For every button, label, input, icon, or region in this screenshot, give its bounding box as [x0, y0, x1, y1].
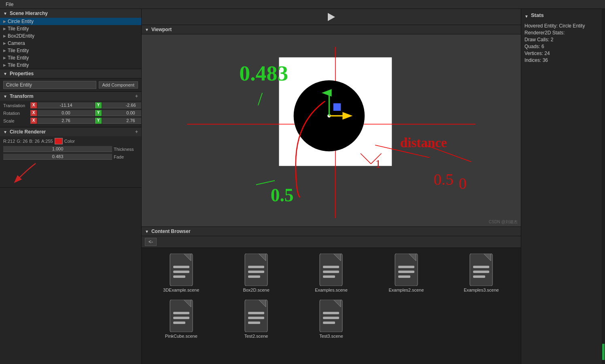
entity-name-input[interactable] — [3, 81, 96, 89]
viewport-canvas[interactable]: 0.483 0.5 distance 0.5 0 1 — [142, 34, 521, 226]
svg-text:1: 1 — [375, 157, 381, 170]
svg-rect-38 — [398, 266, 414, 268]
play-button[interactable] — [328, 13, 335, 21]
fade-row: Fade — [3, 154, 138, 160]
content-item-label-3: Examples2.scene — [388, 288, 424, 292]
rotation-y-input[interactable] — [102, 110, 141, 116]
hierarchy-item-label: Tile Entity — [8, 62, 29, 68]
annotation-area — [3, 161, 138, 186]
transform-header[interactable]: ▼ Transform + — [0, 92, 141, 101]
hovered-entity: Hovered Entity: Circle Entity — [524, 23, 599, 29]
content-item-label-6: Test2.scene — [244, 334, 268, 339]
file-icon-2 — [318, 254, 344, 286]
arrow-icon: ▶ — [3, 34, 6, 38]
quads: Quads: 6 — [524, 44, 599, 49]
translation-x-btn: X — [30, 102, 37, 108]
scale-y-btn: Y — [95, 118, 102, 124]
viewport-header: ▼ Viewport — [142, 25, 521, 34]
file-icon-7 — [318, 300, 344, 332]
scale-x-input[interactable] — [37, 118, 95, 124]
circle-renderer-title: Circle Renderer — [10, 129, 46, 135]
left-panel: ▼ Scene Hierarchy ▶ Circle Entity ▶ Tile… — [0, 9, 142, 364]
color-swatch[interactable] — [55, 138, 63, 144]
menu-file[interactable]: File — [3, 2, 16, 7]
rotation-label: Rotation — [3, 111, 30, 116]
viewport-svg: 0.483 0.5 distance 0.5 0 1 — [142, 34, 521, 226]
thickness-label: Thickness — [114, 147, 138, 152]
fade-input[interactable] — [3, 154, 112, 160]
stats-title: Stats — [531, 12, 544, 18]
hierarchy-item-camera[interactable]: ▶ Camera — [0, 40, 141, 47]
svg-text:distance: distance — [400, 135, 447, 150]
content-item-2[interactable]: Examples.scene — [296, 252, 367, 294]
circle-renderer-header[interactable]: ▼ Circle Renderer + — [0, 127, 141, 136]
scale-y-input[interactable] — [102, 118, 141, 124]
svg-rect-39 — [398, 271, 414, 273]
svg-rect-45 — [473, 275, 485, 278]
svg-text:0.5: 0.5 — [433, 171, 453, 188]
watermark: CSDN @刘建杰 — [489, 219, 518, 225]
hierarchy-item-tile-entity-4[interactable]: ▶ Tile Entity — [0, 61, 141, 69]
content-grid: 3DExample.scene Box2D.scene — [142, 248, 521, 364]
translation-row: Translation X Y Z — [3, 102, 138, 108]
circle-renderer-component: ▼ Circle Renderer + R:212 G: 26 B: 26 A:… — [0, 127, 141, 188]
properties-header: ▼ Properties — [0, 69, 141, 78]
right-scrollbar[interactable] — [602, 9, 605, 364]
file-icon-6 — [243, 300, 269, 332]
transform-component: ▼ Transform + Translation X Y — [0, 92, 141, 127]
svg-text:0.5: 0.5 — [271, 185, 294, 205]
main-layout: ▼ Scene Hierarchy ▶ Circle Entity ▶ Tile… — [0, 9, 605, 364]
arrow-icon: ▶ — [3, 63, 6, 67]
content-item-4[interactable]: Examples3.scene — [446, 252, 517, 294]
right-panel: ▼ Stats Hovered Entity: Circle Entity Re… — [521, 9, 602, 364]
transform-title: Transform — [10, 93, 34, 99]
fade-label: Fade — [114, 154, 138, 159]
content-item-0[interactable]: 3DExample.scene — [146, 252, 217, 294]
circle-renderer-chevron: ▼ — [3, 130, 7, 134]
rotation-x-input[interactable] — [37, 110, 95, 116]
properties-title: Properties — [10, 71, 34, 76]
top-toolbar — [142, 9, 521, 25]
content-browser-title: Content Browser — [151, 229, 191, 234]
hierarchy-item-tile-entity-3[interactable]: ▶ Tile Entity — [0, 54, 141, 61]
color-b-label: B: 26 — [29, 139, 40, 144]
translation-x-input[interactable] — [37, 102, 95, 108]
svg-rect-53 — [248, 312, 264, 314]
hierarchy-item-label: Circle Entity — [8, 19, 34, 24]
properties-chevron: ▼ — [3, 72, 7, 76]
back-button[interactable]: <- — [145, 238, 157, 246]
content-browser-chevron: ▼ — [145, 229, 149, 234]
svg-rect-49 — [173, 317, 189, 319]
add-component-button[interactable]: Add Component — [99, 81, 138, 89]
hierarchy-item-tile-entity-1[interactable]: ▶ Tile Entity — [0, 25, 141, 32]
rotation-row: Rotation X Y Z — [3, 110, 138, 116]
scene-hierarchy-header: ▼ Scene Hierarchy — [0, 9, 141, 18]
thickness-input[interactable] — [3, 146, 112, 152]
translation-inputs: X Y Z — [30, 102, 141, 108]
svg-rect-23 — [173, 266, 189, 268]
transform-body: Translation X Y Z Rotation — [0, 101, 141, 127]
svg-rect-24 — [173, 271, 189, 273]
renderer2d-label: Renderer2D Stats: — [524, 30, 599, 36]
properties-panel: ▼ Properties Add Component ▼ Transform + — [0, 69, 141, 364]
svg-text:0.483: 0.483 — [239, 61, 288, 85]
translation-y-input[interactable] — [102, 102, 141, 108]
hierarchy-item-label: Tile Entity — [8, 55, 29, 61]
content-item-label-2: Examples.scene — [315, 288, 348, 292]
content-item-1[interactable]: Box2D.scene — [221, 252, 291, 294]
scrollbar-thumb[interactable] — [602, 344, 605, 360]
right-panel-wrapper: ▼ Stats Hovered Entity: Circle Entity Re… — [521, 9, 605, 364]
hierarchy-item-box2d[interactable]: ▶ Box2DEntity — [0, 32, 141, 40]
content-item-3[interactable]: Examples2.scene — [371, 252, 442, 294]
hierarchy-item-tile-entity-2[interactable]: ▶ Tile Entity — [0, 47, 141, 54]
content-item-5[interactable]: PinkCube.scene — [146, 298, 217, 340]
arrow-icon: ▶ — [3, 27, 6, 31]
rotation-x-btn: X — [30, 110, 37, 116]
content-item-6[interactable]: Test2.scene — [221, 298, 291, 340]
arrow-icon: ▶ — [3, 56, 6, 60]
content-item-7[interactable]: Test3.scene — [296, 298, 367, 340]
hierarchy-item-label: Box2DEntity — [8, 33, 34, 39]
scale-inputs: X Y Z — [30, 118, 141, 124]
content-browser-toolbar: <- — [142, 236, 521, 248]
hierarchy-item-circle-entity[interactable]: ▶ Circle Entity — [0, 18, 141, 25]
